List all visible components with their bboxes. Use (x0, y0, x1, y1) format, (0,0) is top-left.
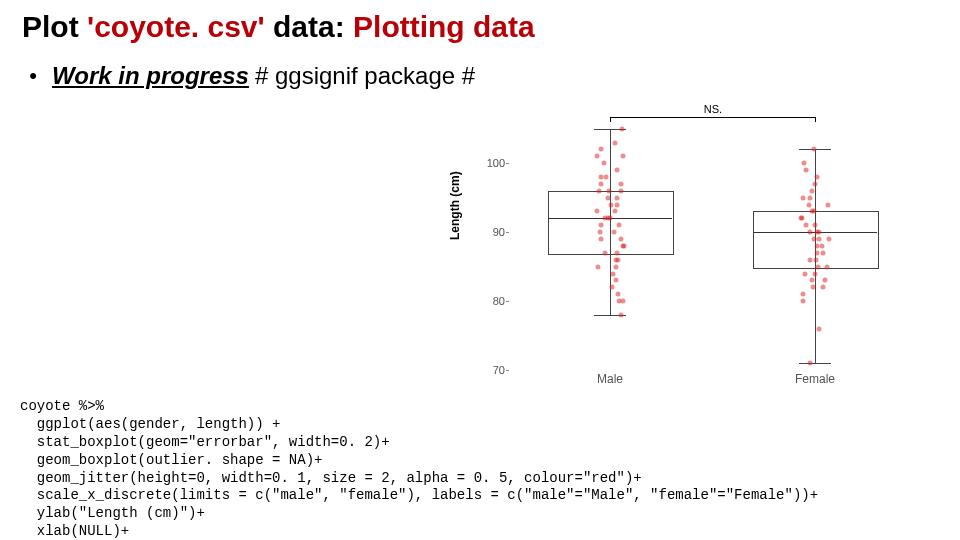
ytick-line-70 (506, 370, 509, 371)
ytick-100: 100 (483, 157, 505, 169)
signif-bracket (610, 117, 815, 118)
jitter-point (800, 195, 805, 200)
jitter-point (620, 299, 625, 304)
chart: NS. 100 90 80 70 Length (cm) Male Female (453, 110, 933, 395)
jitter-point (607, 216, 612, 221)
jitter-point (810, 285, 815, 290)
ytick-line-80 (506, 301, 509, 302)
jitter-point (612, 230, 617, 235)
jitter-point (807, 361, 812, 366)
jitter-point (621, 154, 626, 159)
jitter-point (618, 312, 623, 317)
jitter-point (613, 257, 618, 262)
jitter-point (803, 271, 808, 276)
jitter-point (820, 285, 825, 290)
code-line: ylab("Length (cm)")+ (20, 505, 205, 521)
male-box (548, 191, 674, 255)
ytick-70: 70 (483, 364, 505, 376)
jitter-point (603, 250, 608, 255)
code-line: stat_boxplot(geom="errorbar", width=0. 2… (20, 434, 390, 450)
jitter-point (815, 175, 820, 180)
jitter-point (804, 168, 809, 173)
jitter-point (614, 195, 619, 200)
jitter-point (614, 278, 619, 283)
jitter-point (603, 175, 608, 180)
jitter-point (607, 188, 612, 193)
jitter-point (807, 195, 812, 200)
jitter-point (815, 230, 820, 235)
jitter-point (809, 278, 814, 283)
jitter-point (810, 188, 815, 193)
jitter-point (820, 243, 825, 248)
jitter-point (594, 154, 599, 159)
jitter-point (801, 161, 806, 166)
jitter-point (817, 326, 822, 331)
jitter-point (812, 223, 817, 228)
chart-plotarea: NS. (508, 115, 918, 370)
chart-ylabel: Length (cm) (448, 171, 462, 240)
code-line: coyote %>% (20, 398, 104, 414)
jitter-point (825, 202, 830, 207)
jitter-point (821, 250, 826, 255)
title-part2: data: (265, 10, 353, 43)
jitter-point (619, 188, 624, 193)
jitter-point (612, 140, 617, 145)
jitter-point (619, 237, 624, 242)
jitter-point (812, 147, 817, 152)
jitter-point (599, 237, 604, 242)
jitter-point (816, 237, 821, 242)
code-line: geom_jitter(height=0, width=0. 1, size =… (20, 470, 642, 486)
jitter-point (816, 264, 821, 269)
code-line: xlab(NULL)+ (20, 523, 129, 539)
signif-tick-left (610, 117, 611, 122)
signif-label: NS. (704, 103, 722, 115)
ytick-line-90 (506, 232, 509, 233)
jitter-point (813, 181, 818, 186)
ytick-90: 90 (483, 226, 505, 238)
code-line: geom_boxplot(outlier. shape = NA)+ (20, 452, 322, 468)
code-line: scale_x_discrete(limits = c("male", "fem… (20, 487, 818, 503)
jitter-point (808, 257, 813, 262)
jitter-point (614, 250, 619, 255)
female-cap-bot (799, 363, 831, 364)
jitter-point (612, 209, 617, 214)
jitter-point (621, 243, 626, 248)
bullet-wip: Work in progress (52, 62, 249, 90)
jitter-point (813, 257, 818, 262)
jitter-point (598, 181, 603, 186)
jitter-point (814, 243, 819, 248)
jitter-point (595, 264, 600, 269)
jitter-point (804, 223, 809, 228)
jitter-point (826, 237, 831, 242)
code-line: ggplot(aes(gender, length)) + (20, 416, 280, 432)
slide-title: Plot 'coyote. csv' data: Plotting data (22, 10, 535, 44)
jitter-point (823, 278, 828, 283)
jitter-point (599, 147, 604, 152)
code-block: coyote %>% ggplot(aes(gender, length)) +… (20, 380, 818, 540)
jitter-point (806, 202, 811, 207)
jitter-point (597, 188, 602, 193)
jitter-point (615, 292, 620, 297)
jitter-point (617, 223, 622, 228)
jitter-point (825, 264, 830, 269)
jitter-point (800, 292, 805, 297)
title-part1: Plot (22, 10, 87, 43)
bullet-icon: • (22, 65, 44, 87)
jitter-point (610, 271, 615, 276)
jitter-point (800, 216, 805, 221)
jitter-point (807, 230, 812, 235)
jitter-point (597, 230, 602, 235)
jitter-point (609, 285, 614, 290)
jitter-point (601, 161, 606, 166)
jitter-point (801, 299, 806, 304)
signif-tick-right (815, 117, 816, 122)
jitter-point (812, 271, 817, 276)
jitter-point (609, 202, 614, 207)
jitter-point (814, 250, 819, 255)
jitter-point (606, 195, 611, 200)
jitter-point (615, 168, 620, 173)
jitter-point (598, 223, 603, 228)
bullet-line: • Work in progress # ggsignif package # (22, 62, 475, 90)
title-red2: Plotting data (353, 10, 535, 43)
jitter-point (595, 209, 600, 214)
